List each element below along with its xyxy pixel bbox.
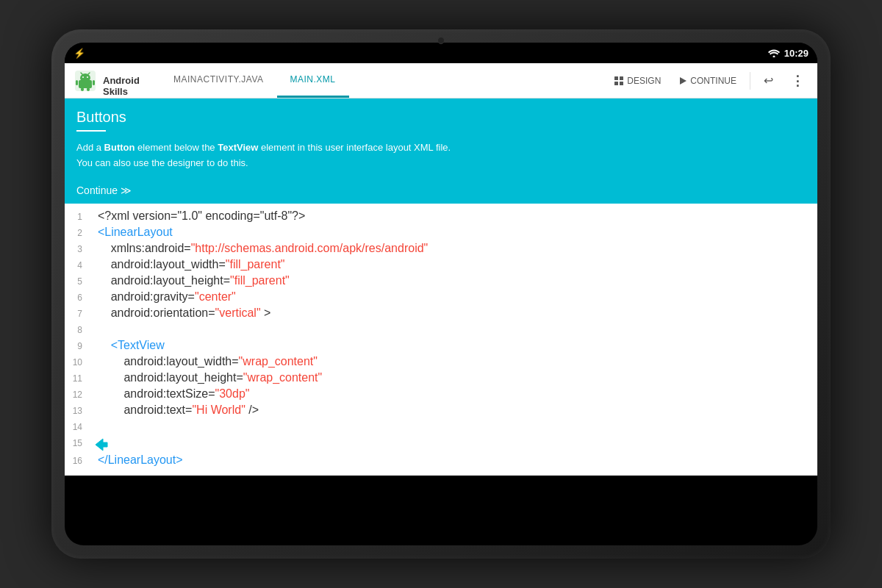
- code-line: 9 <TextView: [65, 339, 817, 355]
- line-content: android:gravity="center": [91, 290, 817, 304]
- line-content: android:layout_height="fill_parent": [91, 274, 817, 287]
- token: [91, 323, 98, 335]
- line-number: 7: [65, 306, 91, 321]
- token: >: [261, 306, 271, 319]
- line-content: </LinearLayout>: [91, 453, 817, 467]
- svg-rect-13: [614, 82, 618, 85]
- line-content: [91, 420, 817, 433]
- code-line: 11 android:layout_height="wrap_content": [65, 371, 817, 387]
- token: <LinearLayout: [91, 226, 173, 238]
- line-content: xmlns:android="http://schemas.android.co…: [91, 242, 817, 255]
- play-icon: [678, 76, 687, 85]
- token: "wrap_content": [243, 371, 322, 384]
- svg-point-4: [87, 76, 88, 78]
- undo-button[interactable]: ↩: [756, 71, 781, 90]
- code-line: 15: [65, 436, 817, 453]
- continue-link[interactable]: Continue ≫: [76, 180, 132, 204]
- code-line: 13 android:text="Hi World" />: [65, 404, 817, 420]
- line-content: android:textSize="30dp": [91, 387, 817, 401]
- code-line: 16 </LinearLayout>: [65, 453, 817, 470]
- bold-textview: TextView: [218, 142, 258, 153]
- time-display: 10:29: [784, 48, 808, 59]
- svg-marker-15: [680, 77, 686, 85]
- wifi-icon: [768, 49, 780, 57]
- line-number: 12: [65, 387, 91, 402]
- token: android:layout_width=: [91, 355, 239, 368]
- status-bar: ⚡ 10:29: [65, 43, 817, 63]
- svg-rect-9: [81, 87, 84, 91]
- token: "wrap_content": [239, 355, 318, 368]
- bold-button: Button: [104, 142, 135, 153]
- token: android:gravity=: [91, 290, 195, 303]
- token: "fill_parent": [226, 258, 285, 270]
- line-content: [91, 323, 817, 336]
- token: <?xml version="1.0" encoding="utf-8"?>: [91, 209, 305, 222]
- token: "fill_parent": [230, 274, 290, 287]
- more-icon: ⋮: [791, 73, 804, 89]
- line-content: <?xml version="1.0" encoding="utf-8"?>: [91, 209, 817, 223]
- line-number: 3: [65, 242, 91, 257]
- code-line: 4 android:layout_width="fill_parent": [65, 258, 817, 274]
- toolbar-right: DESIGN CONTINUE ↩ ⋮: [600, 70, 817, 92]
- line-number: 4: [65, 258, 91, 273]
- line-number: 1: [65, 209, 91, 224]
- design-icon: [614, 76, 624, 86]
- instruction-body: Add a Button element below the TextView …: [76, 140, 806, 171]
- token: "Hi World": [192, 404, 245, 416]
- token: "center": [195, 290, 236, 303]
- token: <TextView: [91, 339, 165, 351]
- token: android:orientation=: [91, 306, 215, 319]
- code-line: 2 <LinearLayout: [65, 226, 817, 242]
- svg-rect-8: [93, 80, 95, 85]
- line-content: android:orientation="vertical" >: [91, 306, 817, 320]
- token: "30dp": [215, 387, 250, 400]
- token: [91, 420, 98, 432]
- line-number: 14: [65, 420, 91, 434]
- token: android:textSize=: [91, 387, 215, 400]
- instruction-panel: Buttons Add a Button element below the T…: [65, 98, 817, 204]
- app-logo-area: Android Skills: [65, 63, 160, 98]
- code-line: 5 android:layout_height="fill_parent": [65, 274, 817, 290]
- instruction-underline: [76, 130, 106, 132]
- code-line: 12 android:textSize="30dp": [65, 387, 817, 404]
- token: xmlns:android=: [91, 242, 191, 254]
- tab-mainactivity[interactable]: MAINACTIVITY.JAVA: [160, 63, 277, 98]
- svg-rect-11: [614, 76, 618, 80]
- token: android:layout_height=: [91, 371, 243, 384]
- line-content: android:layout_height="wrap_content": [91, 371, 817, 384]
- line-content: android:layout_width="wrap_content": [91, 355, 817, 368]
- token: "http://schemas.android.com/apk/res/andr…: [191, 242, 429, 254]
- svg-rect-14: [620, 82, 623, 85]
- code-line: 6 android:gravity="center": [65, 290, 817, 306]
- instruction-line2: You can also use the designer to do this…: [76, 157, 248, 168]
- design-button[interactable]: DESIGN: [606, 73, 668, 89]
- code-editor[interactable]: 1 <?xml version="1.0" encoding="utf-8"?>…: [65, 204, 817, 476]
- line-content: android:layout_width="fill_parent": [91, 258, 817, 271]
- token: "vertical": [215, 306, 261, 319]
- line-number: 16: [65, 453, 91, 468]
- continue-button[interactable]: CONTINUE: [671, 73, 744, 89]
- code-line: 3 xmlns:android="http://schemas.android.…: [65, 242, 817, 258]
- svg-rect-7: [76, 80, 78, 85]
- cursor-icon: [91, 436, 112, 453]
- tab-mainxml[interactable]: MAIN.XML: [277, 63, 349, 98]
- app-name: Android Skills: [103, 63, 140, 98]
- svg-point-2: [80, 74, 90, 82]
- usb-icon: ⚡: [74, 48, 85, 59]
- line-number: 15: [65, 436, 91, 451]
- toolbar-divider: [750, 72, 750, 90]
- line-number: 11: [65, 371, 91, 386]
- line-number: 13: [65, 404, 91, 418]
- tabs-area: MAINACTIVITY.JAVA MAIN.XML: [160, 63, 600, 98]
- tablet-screen: ⚡ 10:29: [65, 43, 817, 545]
- more-options-button[interactable]: ⋮: [784, 70, 811, 92]
- svg-marker-16: [96, 439, 107, 451]
- continue-label: CONTINUE: [690, 76, 736, 86]
- token: android:layout_height=: [91, 274, 230, 287]
- instruction-title: Buttons: [76, 109, 806, 126]
- camera: [437, 37, 445, 44]
- code-line: 7 android:orientation="vertical" >: [65, 306, 817, 323]
- code-line: 14: [65, 420, 817, 436]
- android-logo-icon: [74, 69, 97, 93]
- continue-link-text: Continue ≫: [76, 184, 132, 196]
